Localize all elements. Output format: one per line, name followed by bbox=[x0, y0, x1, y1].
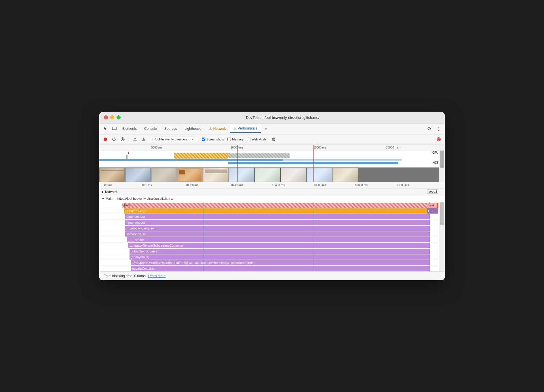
task-error-indicator bbox=[437, 203, 438, 208]
unbatched-bar-label: unbatchedUpdates bbox=[131, 250, 157, 253]
flame-row-update: updateContainer bbox=[99, 266, 445, 271]
minimize-button[interactable] bbox=[110, 115, 114, 119]
performance-settings-icon[interactable] bbox=[435, 136, 442, 143]
screenshot-6 bbox=[229, 168, 255, 182]
main-section-header: ▼ Main — https://foul-heavenly-direction… bbox=[99, 195, 445, 202]
screenshots-label: Screenshots bbox=[206, 138, 224, 141]
memory-input[interactable] bbox=[227, 138, 231, 141]
cursor-icon[interactable] bbox=[102, 125, 110, 133]
tab-network-label: Network bbox=[213, 127, 226, 131]
tab-elements[interactable]: Elements bbox=[119, 125, 140, 132]
svg-rect-1 bbox=[112, 129, 116, 130]
learn-more-link[interactable]: Learn more bbox=[148, 274, 166, 278]
legacy-bar: .... legacyRenderSubtreeIntoContainer bbox=[128, 243, 430, 248]
web-vitals-label: Web Vitals bbox=[252, 138, 267, 141]
evaluate-bar: Evaluate Script bbox=[124, 208, 438, 214]
stop-button[interactable] bbox=[119, 136, 126, 143]
tab-lighthouse-label: Lighthouse bbox=[184, 127, 201, 131]
screenshot-9 bbox=[307, 168, 332, 182]
render-bar-label: _..._ render bbox=[128, 238, 144, 241]
flame-row-anon3: (anonymous) bbox=[99, 254, 445, 260]
detail-mark-300: 300 ms bbox=[103, 184, 112, 187]
close-button[interactable] bbox=[104, 115, 108, 119]
rbd-bar-label: ../rbd/pnpm-volume/28d7f85f-31d7-4fd8-ab… bbox=[132, 261, 255, 264]
detail-mark-10400: 10400 ms bbox=[272, 184, 285, 187]
legacy-bar-label: .... legacyRenderSubtreeIntoContainer bbox=[129, 244, 183, 247]
screenshot-4 bbox=[177, 168, 203, 182]
tab-overflow[interactable]: » bbox=[262, 125, 271, 132]
tab-performance[interactable]: ⚠ Performance bbox=[230, 125, 261, 133]
screenshots-checkbox[interactable]: Screenshots bbox=[202, 138, 224, 141]
settings-icon[interactable]: ⚙ bbox=[425, 125, 433, 133]
web-vitals-checkbox[interactable]: Web Vitals bbox=[247, 138, 267, 141]
clear-button[interactable] bbox=[270, 136, 277, 143]
screenshots-input[interactable] bbox=[202, 138, 205, 141]
flame-scrollbar[interactable] bbox=[439, 202, 445, 271]
record-button[interactable] bbox=[102, 136, 109, 143]
network-expand-icon[interactable]: ▶ bbox=[102, 190, 104, 193]
screenshot-10 bbox=[332, 168, 358, 182]
detail-mark-10600: 10600 ms bbox=[313, 184, 326, 187]
detail-ruler: 300 ms 9800 ms 10000 ms 10200 ms 10400 m… bbox=[99, 182, 445, 189]
ruler-mark-5000: 5000 ms bbox=[151, 146, 162, 149]
render-bar: _..._ render bbox=[127, 237, 430, 242]
flame-v-marker-1 bbox=[203, 202, 203, 271]
evaluate-right-label: L...t bbox=[427, 208, 438, 214]
timeline-overview[interactable]: 5000 ms 10000 ms 15000 ms 20000 ms CPU bbox=[99, 145, 445, 182]
anon2-bar-label: (anonymous) bbox=[126, 221, 145, 224]
flame-chart: Task Task Evaluate Script L...t (anonymo… bbox=[99, 202, 445, 271]
toolbar: foul-heavenly-direction.... ▼ Screenshot… bbox=[99, 134, 445, 145]
unbatched-bar: unbatchedUpdates bbox=[130, 249, 430, 254]
overview-scrollbar-thumb[interactable] bbox=[440, 151, 444, 168]
checkbox-group: Screenshots Memory Web Vitals bbox=[202, 138, 267, 141]
download-button[interactable] bbox=[140, 136, 147, 143]
ruler-mark-15000: 15000 ms bbox=[313, 146, 326, 149]
overview-scrollbar[interactable] bbox=[439, 145, 445, 182]
timeline-ruler: 5000 ms 10000 ms 15000 ms 20000 ms bbox=[99, 145, 445, 151]
main-expand-icon[interactable]: ▼ bbox=[102, 197, 104, 200]
dock-icon[interactable] bbox=[110, 125, 118, 133]
anon1-bar: (anonymous) bbox=[125, 214, 430, 219]
tab-console[interactable]: Console bbox=[141, 125, 160, 132]
flame-row-unbatched: unbatchedUpdates bbox=[99, 248, 445, 254]
reload-button[interactable] bbox=[110, 136, 118, 143]
network-warning-icon: ⚠ bbox=[209, 127, 212, 131]
task-bar-label: Task bbox=[123, 203, 130, 207]
screenshot-1 bbox=[99, 168, 125, 182]
screenshot-2 bbox=[125, 168, 151, 182]
devtools-window: DevTools - foul-heavenly-direction.glitc… bbox=[99, 112, 445, 280]
flame-scrollbar-thumb[interactable] bbox=[440, 202, 444, 225]
toolbar-separator-1 bbox=[129, 136, 129, 142]
net-area bbox=[99, 161, 439, 166]
url-selector[interactable]: foul-heavenly-direction.... ▼ bbox=[152, 137, 198, 142]
url-value: foul-heavenly-direction.... bbox=[155, 138, 190, 141]
tab-lighthouse[interactable]: Lighthouse bbox=[181, 125, 205, 132]
flame-row-legacy: .... legacyRenderSubtreeIntoContainer bbox=[99, 243, 445, 248]
tab-overflow-label: » bbox=[265, 127, 267, 131]
ruler-mark-10000: 10000 ms bbox=[231, 146, 243, 149]
memory-checkbox[interactable]: Memory bbox=[227, 138, 244, 141]
cpu-area bbox=[99, 151, 439, 161]
upload-button[interactable] bbox=[131, 136, 139, 143]
tab-sources[interactable]: Sources bbox=[161, 125, 180, 132]
tab-network[interactable]: ⚠ Network bbox=[206, 125, 229, 132]
tab-bar: Elements Console Sources Lighthouse ⚠ Ne… bbox=[99, 123, 445, 134]
svg-rect-4 bbox=[122, 138, 123, 140]
devtools-body: Elements Console Sources Lighthouse ⚠ Ne… bbox=[99, 123, 445, 280]
web-vitals-input[interactable] bbox=[247, 138, 250, 141]
detail-mark-11000: 11000 ms bbox=[396, 184, 409, 187]
network-section-label: Network bbox=[105, 190, 117, 193]
flame-row-evaluate: Evaluate Script L...t bbox=[99, 208, 445, 214]
time-marker-1 bbox=[237, 145, 238, 182]
maximize-button[interactable] bbox=[117, 115, 121, 119]
webpack-bar-label: __webpack_require__ bbox=[126, 227, 157, 230]
performance-warning-icon: ⚠ bbox=[233, 126, 237, 130]
main-section-label: Main — https://foul-heavenly-direction.g… bbox=[106, 197, 173, 200]
more-options-icon[interactable]: ⋮ bbox=[434, 125, 442, 133]
rbd-bar: ../rbd/pnpm-volume/28d7f85f-31d7-4fd8-ab… bbox=[131, 260, 430, 265]
srcindex-bar: ./src/index.jsx bbox=[125, 231, 430, 237]
flame-row-task: Task Task bbox=[99, 202, 445, 208]
detail-mark-9800: 9800 ms bbox=[141, 184, 152, 187]
webpack-bar: __webpack_require__ bbox=[125, 226, 430, 231]
flame-row-rbd: ../rbd/pnpm-volume/28d7f85f-31d7-4fd8-ab… bbox=[99, 260, 445, 266]
